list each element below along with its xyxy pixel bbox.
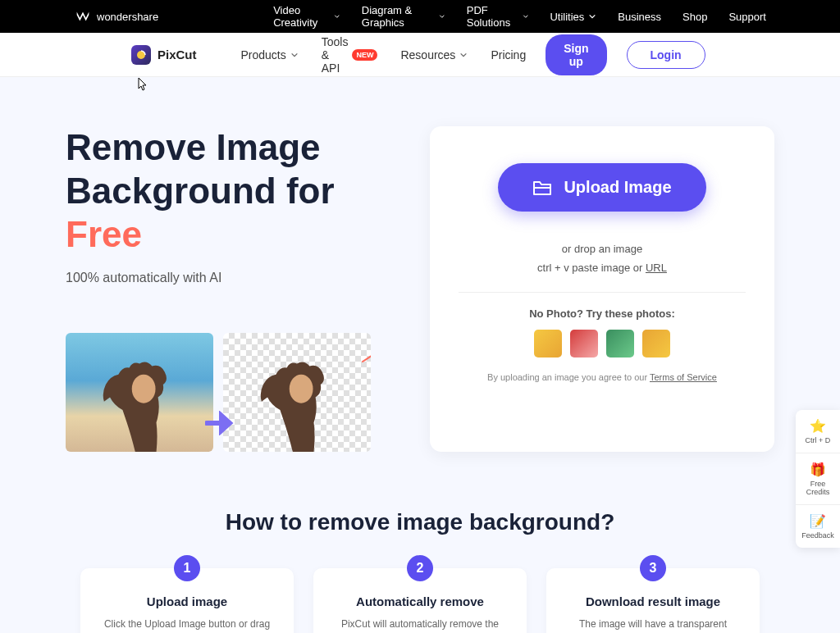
demo-after-image — [223, 333, 371, 452]
hero-left: Remove Image Background for Free 100% au… — [66, 126, 397, 452]
signup-button[interactable]: Sign up — [546, 34, 606, 75]
arrow-right-icon — [205, 411, 238, 435]
hero-title-accent: Free — [66, 214, 142, 254]
product-nav-bar: PixCut Products Tools & API NEW Resource… — [0, 33, 840, 77]
top-nav-bar: wondershare Video Creativity Diagram & G… — [0, 0, 840, 33]
step-title: Download result image — [564, 594, 742, 608]
float-feedback[interactable]: 📝 Feedback — [796, 505, 840, 548]
star-icon: ⭐ — [799, 418, 837, 434]
subnav-resources[interactable]: Resources — [400, 48, 468, 61]
float-panel: ⭐ Ctrl + D 🎁 Free Credits 📝 Feedback — [796, 410, 840, 548]
nav-utilities[interactable]: Utilities — [550, 11, 596, 23]
sample-photo-1[interactable] — [534, 330, 562, 357]
pixcut-text: PixCut — [158, 48, 197, 61]
sample-photos — [459, 330, 746, 357]
sample-photo-2[interactable] — [570, 330, 598, 357]
wondershare-icon — [74, 7, 92, 25]
folder-icon — [532, 179, 552, 197]
demo-before-image — [66, 333, 213, 452]
subnav-products[interactable]: Products — [241, 48, 299, 61]
pixcut-logo[interactable]: PixCut — [131, 45, 197, 65]
top-nav-list: Video Creativity Diagram & Graphics PDF … — [273, 4, 766, 29]
svg-point-3 — [132, 375, 156, 403]
chevron-down-icon — [588, 12, 596, 20]
brand-text: wondershare — [97, 11, 158, 23]
nav-support[interactable]: Support — [728, 11, 766, 23]
no-photo-text: No Photo? Try these photos: — [459, 307, 746, 320]
terms-text: By uploading an image you agree to our T… — [459, 372, 746, 382]
pencil-icon: 📝 — [799, 513, 837, 529]
url-link[interactable]: URL — [646, 262, 667, 274]
steps-row: 1 Upload image Click the Upload Image bu… — [66, 568, 774, 633]
person-silhouette — [88, 351, 191, 452]
howto-section: How to remove image background? 1 Upload… — [0, 485, 840, 633]
chevron-down-icon — [439, 12, 445, 20]
chevron-down-icon — [523, 12, 529, 20]
hero-section: Remove Image Background for Free 100% au… — [0, 77, 840, 485]
sample-photo-3[interactable] — [606, 330, 634, 357]
sample-photo-4[interactable] — [642, 330, 670, 357]
step-3: 3 Download result image The image will h… — [546, 568, 760, 633]
hero-title: Remove Image Background for Free — [66, 126, 397, 256]
subnav-tools-api[interactable]: Tools & API NEW — [322, 35, 378, 75]
svg-point-4 — [290, 375, 313, 403]
product-nav-list: Products Tools & API NEW Resources Prici… — [241, 35, 527, 75]
demo-images — [66, 333, 397, 452]
nav-shop[interactable]: Shop — [682, 11, 707, 23]
curved-arrow-icon — [358, 333, 371, 366]
nav-diagram-graphics[interactable]: Diagram & Graphics — [362, 4, 445, 29]
step-title: Upload image — [98, 594, 276, 608]
wondershare-logo[interactable]: wondershare — [74, 7, 158, 25]
upload-card: Upload Image or drop an image ctrl + v p… — [430, 126, 774, 452]
divider — [459, 292, 746, 293]
step-1: 1 Upload image Click the Upload Image bu… — [80, 568, 294, 633]
chevron-down-icon — [459, 51, 468, 59]
step-2: 2 Automatically remove PixCut will autom… — [313, 568, 527, 633]
new-badge: NEW — [352, 49, 377, 61]
gift-icon: 🎁 — [799, 462, 837, 477]
person-silhouette — [245, 351, 349, 452]
nav-video-creativity[interactable]: Video Creativity — [273, 4, 340, 29]
float-bookmark[interactable]: ⭐ Ctrl + D — [796, 410, 840, 453]
hero-subtitle: 100% automatically with AI — [66, 271, 397, 285]
nav-business[interactable]: Business — [618, 11, 661, 23]
float-credits[interactable]: 🎁 Free Credits — [796, 453, 840, 505]
step-number: 2 — [407, 555, 433, 581]
chevron-down-icon — [290, 51, 299, 59]
pixcut-icon — [131, 45, 151, 65]
drop-text: or drop an image — [459, 243, 746, 255]
login-button[interactable]: Login — [627, 41, 705, 69]
step-title: Automatically remove — [331, 594, 509, 608]
howto-title: How to remove image background? — [66, 509, 774, 535]
step-desc: The image will have a transparent backgr… — [564, 617, 742, 633]
step-number: 1 — [174, 555, 200, 581]
step-desc: PixCut will automatically remove the bac… — [331, 617, 509, 633]
paste-text: ctrl + v paste image or URL — [459, 262, 746, 274]
chevron-down-icon — [334, 12, 340, 20]
step-desc: Click the Upload Image button or drag an… — [98, 617, 276, 633]
upload-image-button[interactable]: Upload Image — [498, 163, 705, 212]
subnav-pricing[interactable]: Pricing — [491, 48, 526, 61]
terms-link[interactable]: Terms of Service — [650, 372, 717, 382]
step-number: 3 — [640, 555, 666, 581]
nav-pdf-solutions[interactable]: PDF Solutions — [467, 4, 529, 29]
